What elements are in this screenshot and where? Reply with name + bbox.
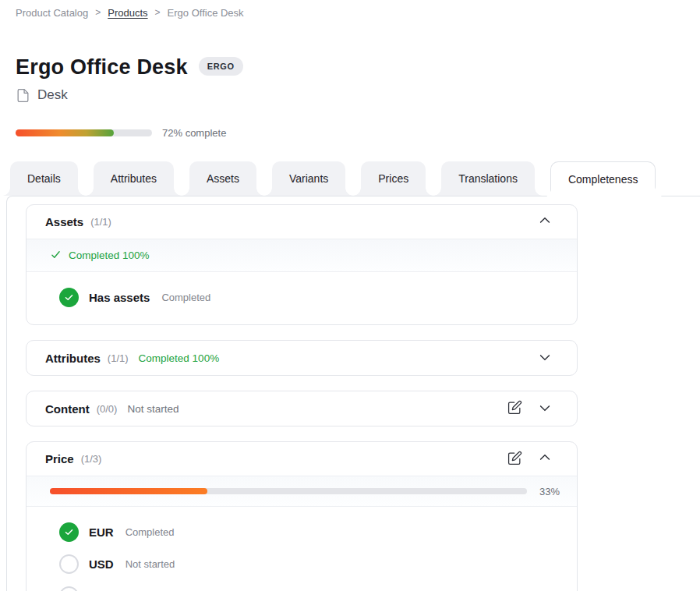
tab-label: Assets: [207, 172, 239, 185]
family-row: Desk: [16, 87, 700, 103]
section-progressbar: [50, 488, 527, 494]
empty-circle-icon: [59, 586, 79, 591]
edit-button[interactable]: [507, 399, 523, 418]
tab-label: Completeness: [568, 173, 638, 186]
section-card-attributes: Attributes(1/1)Completed 100%: [26, 340, 578, 376]
section-card-price: Price(1/3)33%EURCompletedUSDNot startedP…: [26, 441, 578, 591]
expand-button[interactable]: [536, 349, 553, 368]
completeness-item-row: USDNot started: [27, 548, 577, 580]
check-icon: [50, 249, 62, 263]
section-items: EURCompletedUSDNot startedPLNNot started: [27, 507, 577, 591]
tab-completeness[interactable]: Completeness: [550, 161, 656, 196]
edit-icon: [507, 451, 522, 468]
tab-prices[interactable]: Prices: [361, 161, 426, 196]
item-status: Completed: [126, 526, 175, 538]
tab-label: Variants: [289, 172, 328, 185]
section-title: Price: [45, 452, 74, 465]
item-label: Has assets: [89, 291, 150, 304]
completeness-panel: Assets(1/1)Completed 100%Has assetsCompl…: [6, 196, 700, 591]
edit-icon: [507, 400, 522, 417]
breadcrumb-item-ergo-office-desk: Ergo Office Desk: [168, 7, 244, 19]
section-title: Attributes: [45, 352, 101, 365]
breadcrumb-separator: >: [95, 7, 101, 18]
chevron-down-icon: [537, 400, 553, 418]
tab-label: Prices: [378, 172, 408, 185]
section-status: Not started: [127, 403, 179, 415]
section-header-assets[interactable]: Assets(1/1): [27, 205, 577, 239]
check-circle-icon: [59, 288, 79, 307]
section-progress-row: 33%: [27, 476, 577, 507]
tab-details[interactable]: Details: [10, 161, 78, 196]
tab-translations[interactable]: Translations: [441, 161, 535, 196]
section-status: Completed 100%: [139, 352, 220, 364]
section-items: Has assetsCompleted: [27, 272, 577, 324]
section-count: (0/0): [97, 403, 118, 415]
section-card-content: Content(0/0)Not started: [26, 391, 578, 426]
section-count: (1/3): [81, 453, 102, 465]
page-title: Ergo Office Desk: [16, 55, 188, 79]
section-header-icons: [536, 349, 553, 368]
item-status: Not started: [126, 558, 175, 570]
completeness-progress-fill: [16, 129, 114, 136]
item-status: Completed: [161, 292, 210, 303]
product-detail-page: Product Catalog>Products>Ergo Office Des…: [0, 0, 700, 591]
completeness-item-row: Has assetsCompleted: [27, 281, 577, 313]
section-card-assets: Assets(1/1)Completed 100%Has assetsCompl…: [26, 204, 578, 325]
tab-attributes[interactable]: Attributes: [94, 161, 174, 196]
completeness-item-row: PLNNot started: [27, 580, 577, 591]
breadcrumb-separator: >: [155, 7, 161, 18]
section-header-icons: [507, 399, 553, 419]
section-header-price[interactable]: Price(1/3): [27, 442, 577, 476]
completeness-progressbar: [16, 129, 152, 136]
section-header-icons: [536, 212, 553, 232]
chevron-up-icon: [537, 213, 553, 231]
tab-variants[interactable]: Variants: [272, 161, 345, 196]
breadcrumb-item-product-catalog[interactable]: Product Catalog: [16, 7, 88, 19]
completeness-item-row: EURCompleted: [27, 516, 577, 548]
tab-label: Attributes: [111, 172, 157, 185]
breadcrumb: Product Catalog>Products>Ergo Office Des…: [0, 0, 700, 19]
section-count: (1/1): [108, 352, 129, 364]
section-progress-fill: [50, 488, 207, 494]
check-circle-icon: [59, 522, 79, 542]
tab-label: Translations: [458, 172, 518, 185]
completeness-sections: Assets(1/1)Completed 100%Has assetsCompl…: [7, 196, 700, 591]
tab-label: Details: [27, 172, 61, 185]
chevron-down-icon: [537, 349, 553, 367]
section-header-icons: [507, 449, 553, 469]
expand-button[interactable]: [536, 399, 553, 419]
edit-button[interactable]: [507, 450, 523, 469]
chevron-up-icon: [537, 450, 553, 468]
section-summary-row: Completed 100%: [27, 239, 577, 272]
family-label: Desk: [37, 87, 68, 103]
section-header-content[interactable]: Content(0/0)Not started: [27, 391, 577, 426]
sku-badge: ERGO: [199, 57, 243, 76]
section-title: Content: [45, 402, 90, 416]
collapse-button[interactable]: [536, 212, 553, 232]
completeness-progress-label: 72% complete: [162, 127, 226, 139]
title-row: Ergo Office Desk ERGO: [16, 55, 700, 79]
section-progress-label: 33%: [536, 486, 560, 497]
file-icon: [16, 88, 30, 103]
breadcrumb-item-products[interactable]: Products: [108, 7, 147, 19]
item-label: USD: [89, 557, 114, 571]
item-label: EUR: [89, 526, 114, 539]
empty-circle-icon: [59, 554, 79, 574]
tab-assets[interactable]: Assets: [189, 161, 256, 196]
section-title: Assets: [45, 215, 83, 228]
tab-bar: DetailsAttributesAssetsVariantsPricesTra…: [2, 161, 700, 196]
section-count: (1/1): [90, 216, 111, 228]
collapse-button[interactable]: [536, 449, 553, 469]
completeness-progress-row: 72% complete: [16, 127, 700, 139]
section-header-attributes[interactable]: Attributes(1/1)Completed 100%: [27, 341, 577, 375]
section-summary-text: Completed 100%: [69, 249, 150, 261]
